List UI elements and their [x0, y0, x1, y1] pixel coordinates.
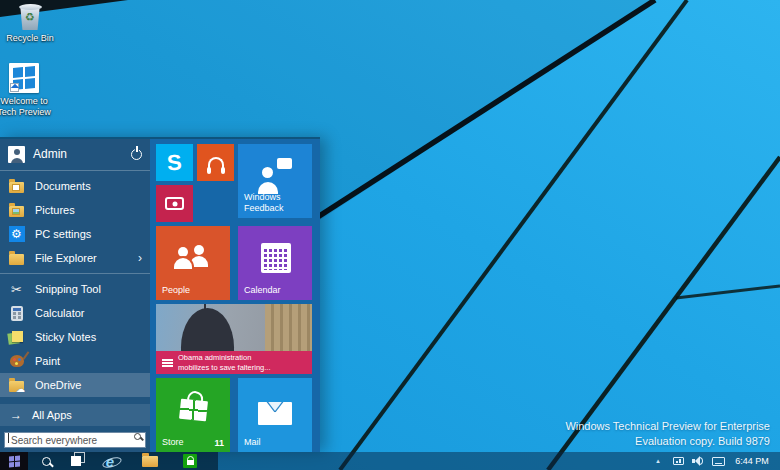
- internet-explorer-button[interactable]: e: [98, 452, 122, 470]
- menu-item-pictures[interactable]: Pictures: [0, 198, 150, 222]
- user-name: Admin: [33, 147, 123, 161]
- touch-keyboard-button[interactable]: [708, 452, 728, 470]
- search-icon: [42, 457, 51, 466]
- menu-item-paint[interactable]: Paint: [0, 349, 150, 373]
- search-input[interactable]: [4, 432, 146, 448]
- recycle-bin-icon: ♻: [20, 4, 41, 30]
- volume-button[interactable]: [688, 452, 708, 470]
- windows-start-icon: [9, 455, 20, 467]
- arrow-right-icon: →: [10, 408, 22, 422]
- menu-item-calculator[interactable]: Calculator: [0, 301, 150, 325]
- skype-icon: S: [166, 149, 182, 176]
- gear-icon: ⚙: [8, 226, 25, 243]
- store-icon: [183, 454, 197, 468]
- pictures-folder-icon: [8, 202, 25, 219]
- tile-label: Mail: [244, 437, 261, 448]
- start-menu-left-column: Admin Documents Pictures ⚙ PC settings F…: [0, 139, 150, 452]
- paint-palette-icon: [8, 353, 25, 370]
- watermark-line1: Windows Technical Preview for Enterprise: [565, 419, 770, 434]
- tray-expand-button[interactable]: ▴: [648, 452, 668, 470]
- tile-calendar[interactable]: Calendar: [238, 226, 312, 300]
- network-status-button[interactable]: [668, 452, 688, 470]
- task-view-button[interactable]: [64, 452, 88, 470]
- tile-store[interactable]: Store 11: [156, 378, 230, 452]
- keyboard-icon: [712, 457, 725, 466]
- welcome-label: Welcome to Tech Preview: [0, 96, 51, 118]
- menu-item-onedrive[interactable]: ☁ OneDrive: [0, 373, 150, 397]
- folder-icon: [142, 456, 158, 467]
- file-explorer-button[interactable]: [138, 452, 162, 470]
- watermark-line2: Evaluation copy. Build 9879: [565, 434, 770, 449]
- newspaper-icon: [162, 359, 173, 367]
- tile-label: Windows Feedback: [244, 192, 296, 215]
- clock[interactable]: 6:44 PM: [728, 452, 780, 470]
- desktop-icon-recycle-bin[interactable]: ♻ Recycle Bin: [0, 4, 62, 44]
- store-badge-count: 11: [214, 438, 224, 448]
- all-apps-button[interactable]: → All Apps: [0, 404, 150, 426]
- user-avatar-icon: [8, 146, 25, 163]
- camera-icon: [165, 197, 184, 210]
- start-menu: Admin Documents Pictures ⚙ PC settings F…: [0, 137, 320, 452]
- taskbar-search-button[interactable]: [34, 452, 58, 470]
- speaker-icon: [692, 456, 704, 466]
- file-explorer-folder-icon: [8, 250, 25, 267]
- store-bag-icon: [179, 399, 208, 422]
- welcome-tile-icon: [9, 63, 39, 93]
- scissors-icon: ✂: [8, 281, 25, 298]
- tile-people[interactable]: People: [156, 226, 230, 300]
- people-icon: [174, 244, 214, 274]
- tile-camera[interactable]: [156, 185, 193, 222]
- menu-item-sticky-notes[interactable]: Sticky Notes: [0, 325, 150, 349]
- build-watermark: Windows Technical Preview for Enterprise…: [565, 419, 770, 449]
- system-tray: ▴ 6:44 PM: [648, 452, 780, 470]
- task-view-icon: [71, 456, 81, 466]
- feedback-person-icon: [260, 158, 292, 188]
- desktop-screen: ♻ Recycle Bin Welcome to Tech Preview Wi…: [0, 0, 780, 470]
- menu-item-snipping-tool[interactable]: ✂ Snipping Tool: [0, 277, 150, 301]
- mail-envelope-icon: [258, 402, 292, 425]
- tile-mail[interactable]: Mail: [238, 378, 312, 452]
- calendar-icon: [261, 243, 291, 273]
- internet-explorer-icon: e: [106, 454, 114, 469]
- shortcut-arrow-icon: [10, 83, 19, 92]
- menu-item-file-explorer[interactable]: File Explorer ›: [0, 246, 150, 270]
- tile-label: Store: [162, 437, 184, 448]
- power-icon[interactable]: [131, 149, 142, 160]
- divider: [0, 170, 150, 171]
- calculator-icon: [8, 305, 25, 322]
- menu-item-pc-settings[interactable]: ⚙ PC settings: [0, 222, 150, 246]
- search-box: [4, 430, 146, 449]
- tile-label: Calendar: [244, 285, 281, 296]
- tile-music[interactable]: [197, 144, 234, 181]
- search-icon[interactable]: [134, 433, 141, 440]
- start-button[interactable]: [0, 452, 28, 470]
- text-cursor: [8, 433, 9, 443]
- user-account-row[interactable]: Admin: [0, 141, 150, 167]
- sticky-notes-icon: [8, 329, 25, 346]
- desktop-icon-welcome[interactable]: Welcome to Tech Preview: [0, 63, 56, 118]
- chevron-up-icon: ▴: [656, 457, 660, 465]
- menu-item-documents[interactable]: Documents: [0, 174, 150, 198]
- onedrive-folder-icon: ☁: [8, 377, 25, 394]
- start-menu-tile-panel: S Windows Feedback People: [150, 139, 320, 452]
- tile-news[interactable]: Obama administration mobilizes to save f…: [156, 304, 312, 374]
- headphones-icon: [207, 157, 225, 171]
- news-headline: Obama administration mobilizes to save f…: [178, 353, 271, 373]
- chevron-right-icon: ›: [138, 251, 142, 265]
- recycle-symbol-icon: ♻: [20, 11, 41, 24]
- recycle-bin-label: Recycle Bin: [6, 33, 54, 44]
- news-headline-banner: Obama administration mobilizes to save f…: [156, 351, 312, 374]
- all-apps-label: All Apps: [32, 409, 72, 421]
- network-icon: [673, 457, 684, 465]
- tile-windows-feedback[interactable]: Windows Feedback: [238, 144, 312, 218]
- divider: [0, 273, 150, 274]
- taskbar: e ▴ 6:44 PM: [0, 452, 780, 470]
- store-button[interactable]: [178, 452, 202, 470]
- documents-folder-icon: [8, 178, 25, 195]
- tile-skype[interactable]: S: [156, 144, 193, 181]
- tile-label: People: [162, 285, 190, 296]
